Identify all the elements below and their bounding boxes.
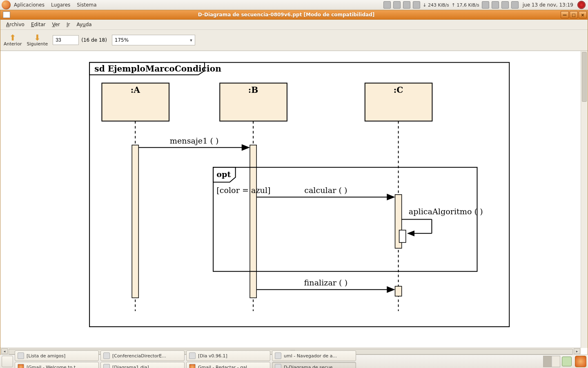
app-icon (103, 352, 110, 359)
lifeline-a: :A (131, 85, 140, 95)
task-button[interactable]: [ConferenciaDirectorE... (100, 350, 185, 361)
scroll-left-button[interactable]: ◂ (1, 348, 8, 354)
distro-logo-icon[interactable] (2, 0, 11, 9)
sequence-diagram: sd EjemploMarcoCondicion :A :B :C (0, 51, 581, 348)
svg-rect-22 (395, 286, 402, 296)
menu-system[interactable]: Sistema (74, 2, 100, 8)
arrow-down-icon: ⬇ (34, 34, 41, 41)
task-button-active[interactable]: D-Diagrama de secue... (272, 362, 356, 368)
system-panel-bottom: [Lista de amigos] [Gmail - Welcome to t.… (0, 355, 588, 368)
tray-icon[interactable] (562, 357, 572, 366)
window-minimize-button[interactable]: — (561, 11, 569, 18)
lifeline-c: :C (394, 85, 403, 95)
opt-label: opt (216, 170, 231, 179)
msg-finalizar: finalizar ( ) (304, 278, 348, 287)
menu-edit[interactable]: Editar (28, 21, 49, 28)
arrow-up-icon: ⬆ (9, 34, 16, 41)
task-button[interactable]: [Lista de amigos] (15, 350, 99, 361)
menu-view[interactable]: Ver (49, 21, 63, 28)
chevron-down-icon: ▾ (190, 38, 192, 43)
prev-page-button[interactable]: ⬆ Anterior (4, 34, 22, 47)
msg-mensaje1: mensaje1 ( ) (170, 136, 219, 146)
trash-icon[interactable] (575, 356, 586, 367)
opt-guard: [color = azul] (216, 186, 270, 195)
msg-self: aplicaAlgoritmo ( ) (409, 207, 483, 216)
tray-icon[interactable] (393, 1, 401, 9)
frame-label: sd EjemploMarcoCondicion (94, 64, 221, 74)
app-icon (275, 364, 281, 368)
menu-go[interactable]: Ir (63, 21, 73, 28)
document-icon (3, 11, 10, 18)
svg-rect-19 (399, 230, 406, 242)
app-icon (18, 352, 24, 359)
scrollbar-thumb[interactable] (582, 52, 587, 102)
app-icon (275, 352, 281, 359)
page-of-label: (16 de 18) (81, 37, 107, 43)
tray-icon[interactable] (413, 1, 420, 9)
volume-icon[interactable] (511, 1, 519, 9)
svg-rect-8 (250, 145, 256, 298)
svg-rect-7 (132, 145, 138, 298)
net-down: ↓ 243 KiB/s (423, 2, 449, 8)
task-button[interactable]: [Dia v0.96.1] (186, 350, 270, 361)
app-toolbar: ⬆ Anterior ⬇ Siguiente (16 de 18) 175% ▾ (0, 30, 588, 51)
show-desktop-button[interactable] (2, 356, 13, 367)
menu-help[interactable]: Ayuda (74, 21, 95, 28)
lifeline-b: :B (248, 85, 258, 95)
app-icon (189, 352, 196, 359)
net-up: ↑ 17,6 KiB/s (452, 2, 479, 8)
firefox-icon (189, 364, 196, 368)
task-button[interactable]: uml - Navegador de a... (272, 350, 356, 361)
next-label: Siguiente (27, 41, 48, 47)
menu-places[interactable]: Lugares (48, 2, 74, 8)
slide-canvas[interactable]: sd EjemploMarcoCondicion :A :B :C (0, 51, 581, 348)
next-page-button[interactable]: ⬇ Siguiente (27, 34, 48, 47)
task-button[interactable]: [Gmail - Welcome to t... (15, 362, 99, 368)
workspace-switcher[interactable] (543, 356, 560, 367)
page-controls: (16 de 18) (53, 35, 107, 45)
tray-icon[interactable] (501, 1, 509, 9)
tray-icon[interactable] (492, 1, 499, 9)
clock[interactable]: jue 13 de nov, 13:19 (521, 2, 575, 8)
tray-icon[interactable] (403, 1, 410, 9)
firefox-icon (18, 364, 24, 368)
window-close-button[interactable]: × (579, 11, 587, 18)
tray-icon[interactable] (482, 1, 489, 9)
menu-file[interactable]: Archivo (3, 21, 28, 28)
scroll-right-button[interactable]: ▸ (574, 348, 580, 354)
window-titlebar[interactable]: D-Diagrama de secuencia-0809v6.ppt [Modo… (0, 10, 588, 20)
task-button[interactable]: [Diagrama1.dia] (100, 362, 185, 368)
menu-applications[interactable]: Aplicaciones (11, 2, 48, 8)
app-icon (103, 364, 110, 368)
window-maximize-button[interactable]: □ (570, 11, 578, 18)
vertical-scrollbar[interactable] (581, 51, 588, 348)
system-panel-top: Aplicaciones Lugares Sistema ↓ 243 KiB/s… (0, 0, 588, 10)
power-icon[interactable] (577, 1, 586, 9)
msg-calcular: calcular ( ) (304, 186, 347, 195)
page-number-input[interactable] (53, 35, 79, 45)
app-window: D-Diagrama de secuencia-0809v6.ppt [Modo… (0, 10, 588, 355)
zoom-select[interactable]: 175% ▾ (112, 35, 195, 45)
window-title: D-Diagrama de secuencia-0809v6.ppt [Modo… (13, 12, 560, 18)
prev-label: Anterior (4, 41, 22, 47)
app-menubar: Archivo Editar Ver Ir Ayuda (0, 20, 588, 30)
tray-icon[interactable] (383, 1, 391, 9)
document-viewport: sd EjemploMarcoCondicion :A :B :C (0, 51, 588, 355)
task-button[interactable]: Gmail - Redactar - gal... (186, 362, 270, 368)
zoom-value: 175% (115, 37, 129, 43)
system-tray: ↓ 243 KiB/s ↑ 17,6 KiB/s jue 13 de nov, … (383, 1, 588, 9)
